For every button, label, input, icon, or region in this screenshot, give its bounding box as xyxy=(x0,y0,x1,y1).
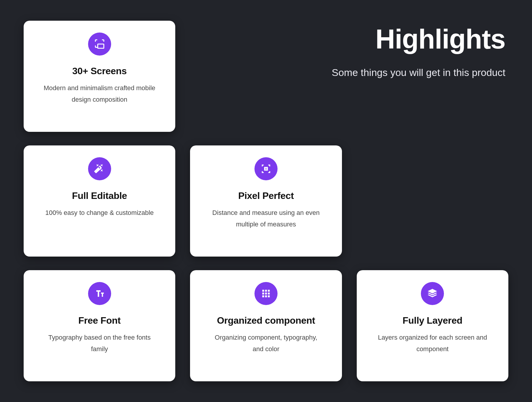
feature-card-organized: Organized component Organizing component… xyxy=(190,270,342,381)
header-block: Highlights Some things you will get in t… xyxy=(190,21,508,132)
pixel-icon xyxy=(254,157,278,180)
feature-card-screens: 30+ Screens Modern and minimalism crafte… xyxy=(24,21,175,132)
feature-card-editable: Full Editable 100% easy to change & cust… xyxy=(24,145,175,257)
card-desc: Distance and measure using an even multi… xyxy=(210,207,322,230)
highlights-container: 30+ Screens Modern and minimalism crafte… xyxy=(0,0,532,402)
grid-icon xyxy=(254,282,278,305)
card-title: 30+ Screens xyxy=(72,66,126,77)
page-subtitle: Some things you will get in this product xyxy=(332,64,505,82)
screens-icon xyxy=(88,33,111,56)
card-title: Fully Layered xyxy=(403,315,462,326)
card-desc: 100% easy to change & customizable xyxy=(45,207,154,219)
card-desc: Organizing component, typography, and co… xyxy=(210,332,322,355)
page-title: Highlights xyxy=(375,24,505,55)
card-title: Free Font xyxy=(78,315,121,326)
card-title: Full Editable xyxy=(72,190,127,201)
layers-icon xyxy=(421,282,444,305)
feature-card-pixel: Pixel Perfect Distance and measure using… xyxy=(190,145,342,257)
card-desc: Layers organized for each screen and com… xyxy=(376,332,489,355)
feature-card-layered: Fully Layered Layers organized for each … xyxy=(357,270,508,381)
wand-icon xyxy=(88,157,111,180)
card-title: Pixel Perfect xyxy=(238,190,294,201)
font-icon xyxy=(88,282,111,305)
card-desc: Modern and minimalism crafted mobile des… xyxy=(43,82,156,105)
feature-card-font: Free Font Typography based on the free f… xyxy=(24,270,175,381)
card-title: Organized component xyxy=(217,315,315,326)
card-desc: Typography based on the free fonts famil… xyxy=(43,332,156,355)
